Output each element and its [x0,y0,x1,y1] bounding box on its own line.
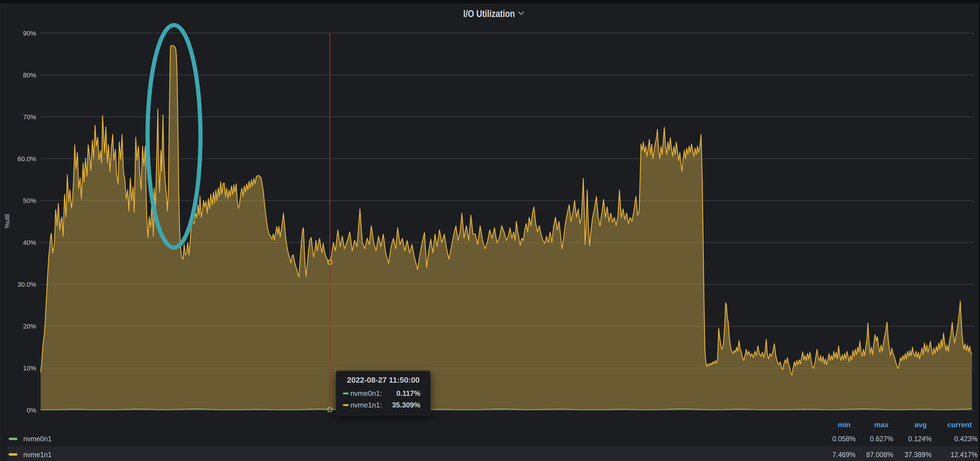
svg-text:10%: 10% [23,364,36,372]
svg-text:60.0%: 60.0% [18,155,36,163]
svg-text:40%: 40% [23,239,36,246]
svg-text:50%: 50% [23,197,36,205]
svg-text:20%: 20% [23,323,36,330]
svg-text:70%: 70% [23,113,36,121]
svg-text:30.0%: 30.0% [18,281,36,288]
svg-text:%util: %util [3,214,11,228]
svg-text:90%: 90% [23,30,36,37]
svg-text:I/O Utilization: I/O Utilization [463,8,515,19]
svg-text:0%: 0% [27,407,36,414]
svg-text:80%: 80% [23,72,36,79]
